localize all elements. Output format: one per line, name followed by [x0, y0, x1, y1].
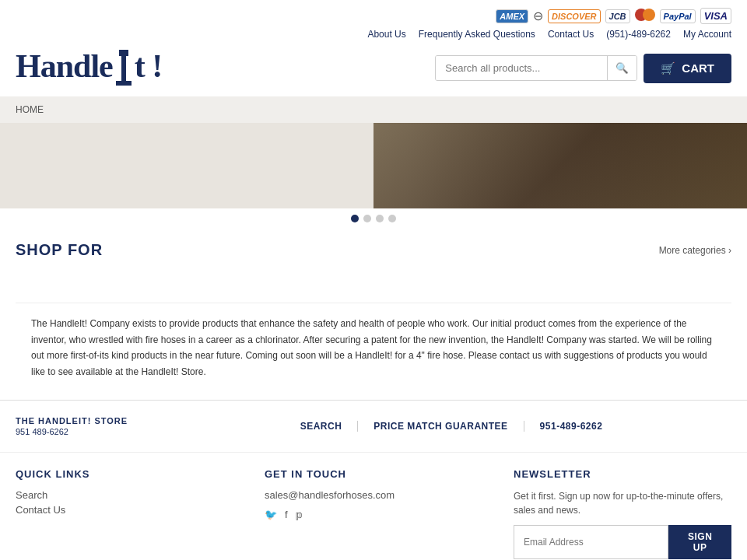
quick-links-col: QUICK LINKS Search Contact Us	[16, 468, 233, 559]
paypal-icon: PayPal	[660, 9, 696, 23]
carousel-dots	[0, 208, 747, 229]
footer-contact-link[interactable]: Contact Us	[16, 504, 233, 516]
header-right: 🔍 🛒 CART	[435, 54, 731, 83]
logo-text: Handle t !	[16, 47, 162, 89]
footer-top: THE HANDLEIT! STORE 951 489-6262 SEARCH …	[0, 400, 747, 444]
about-section: The HandleIt! Company exists to provide …	[16, 303, 731, 392]
breadcrumb: HOME	[0, 96, 747, 123]
amex-icon: AMEX	[496, 9, 528, 23]
carousel-dot-1[interactable]	[351, 215, 359, 222]
facebook-icon[interactable]: f	[285, 509, 288, 520]
payment-icons-top: AMEX ⊖ DISCOVER JCB PayPal VISA	[16, 8, 731, 24]
newsletter-email-input[interactable]	[514, 525, 668, 559]
my-account-link[interactable]: My Account	[683, 29, 731, 40]
carousel-dot-2[interactable]	[363, 215, 371, 222]
newsletter-description: Get it first. Sign up now for up-to-the-…	[514, 489, 731, 517]
search-button[interactable]: 🔍	[607, 56, 637, 80]
hero-banner	[0, 123, 747, 208]
footer-store-info: THE HANDLEIT! STORE 951 489-6262	[16, 416, 171, 436]
about-us-link[interactable]: About Us	[367, 29, 405, 40]
footer-bottom: QUICK LINKS Search Contact Us GET IN TOU…	[0, 452, 747, 560]
diners-icon: ⊖	[533, 9, 543, 23]
footer-mid-links: SEARCH PRICE MATCH GUARANTEE 951-489-626…	[171, 421, 731, 432]
cart-button[interactable]: 🛒 CART	[644, 54, 731, 83]
social-icons: 🐦 f 𝕡	[265, 509, 482, 523]
search-box: 🔍	[435, 55, 637, 81]
phone-link[interactable]: (951)-489-6262	[606, 29, 671, 40]
search-icon: 🔍	[615, 62, 629, 74]
carousel-dot-4[interactable]	[388, 215, 396, 222]
svg-rect-2	[116, 81, 132, 86]
contact-us-link[interactable]: Contact Us	[548, 29, 594, 40]
quick-links-title: QUICK LINKS	[16, 468, 233, 480]
discover-icon: DISCOVER	[548, 9, 600, 23]
twitter-icon[interactable]: 🐦	[265, 509, 277, 520]
newsletter-title: NEWSLETTER	[514, 468, 731, 480]
faq-link[interactable]: Frequently Asked Questions	[419, 29, 535, 40]
cart-label: CART	[682, 61, 714, 75]
footer-search-link[interactable]: Search	[16, 489, 233, 501]
visa-icon: VISA	[700, 8, 731, 24]
search-footer-link[interactable]: SEARCH	[285, 421, 359, 432]
search-cart-area: 🔍 🛒 CART	[435, 54, 731, 83]
svg-rect-1	[121, 56, 126, 81]
contact-email: sales@handlesforhoses.com	[265, 489, 482, 501]
cart-icon: 🛒	[661, 61, 675, 75]
shop-section: SHOP FOR More categories ›	[0, 229, 747, 303]
about-text: The HandleIt! Company exists to provide …	[31, 316, 716, 380]
shop-categories	[16, 271, 731, 295]
header-nav: About Us Frequently Asked Questions Cont…	[16, 29, 731, 40]
get-in-touch-title: GET IN TOUCH	[265, 468, 482, 480]
hero-image	[374, 123, 747, 208]
more-categories-link[interactable]: More categories ›	[659, 245, 731, 256]
jcb-icon: JCB	[605, 9, 630, 23]
get-in-touch-col: GET IN TOUCH sales@handlesforhoses.com 🐦…	[265, 468, 482, 559]
phone-footer-link[interactable]: 951-489-6262	[524, 421, 619, 432]
mastercard-icon	[635, 9, 655, 23]
store-name: THE HANDLEIT! STORE	[16, 416, 171, 425]
search-input[interactable]	[436, 56, 607, 80]
price-match-link[interactable]: PRICE MATCH GUARANTEE	[358, 421, 524, 432]
svg-rect-0	[119, 50, 128, 56]
logo[interactable]: Handle t !	[16, 47, 162, 89]
header: AMEX ⊖ DISCOVER JCB PayPal VISA About Us…	[0, 0, 747, 123]
newsletter-form: SIGN UP	[514, 525, 731, 559]
shop-title: SHOP FOR	[16, 241, 103, 259]
newsletter-signup-button[interactable]: SIGN UP	[668, 525, 731, 559]
pinterest-icon[interactable]: 𝕡	[296, 509, 303, 520]
newsletter-col: NEWSLETTER Get it first. Sign up now for…	[514, 468, 731, 559]
store-phone: 951 489-6262	[16, 427, 171, 436]
home-breadcrumb[interactable]: HOME	[16, 104, 44, 115]
carousel-dot-3[interactable]	[376, 215, 384, 222]
